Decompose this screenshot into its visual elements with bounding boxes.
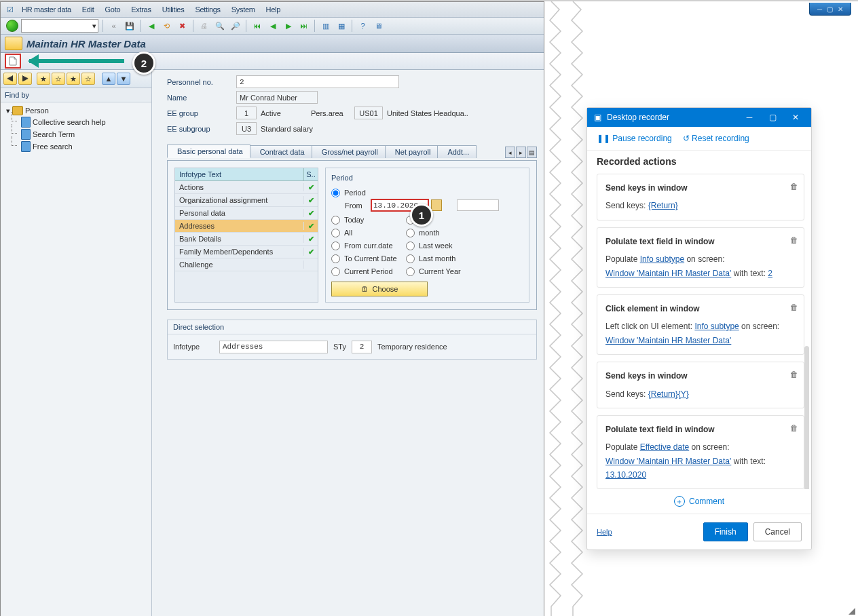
finish-button[interactable]: Finish (703, 522, 748, 541)
action-card[interactable]: 🗑Polulate text field in windowPopulate I… (597, 227, 804, 288)
infotype-row[interactable]: Actions✔ (175, 181, 318, 194)
help-link[interactable]: Help (597, 528, 612, 536)
infotype-head-s[interactable]: S.. (304, 168, 318, 180)
nav-down-icon[interactable]: ▼ (117, 73, 130, 85)
minimize-icon[interactable]: ─ (817, 5, 822, 13)
recorder-close-icon[interactable]: ✕ (787, 113, 804, 122)
save-icon[interactable]: 💾 (123, 20, 136, 33)
nav-up-icon[interactable]: ▲ (102, 73, 115, 85)
infotype-row[interactable]: Organizational assignment✔ (175, 194, 318, 207)
trash-icon[interactable]: 🗑 (790, 180, 798, 193)
infotype-input[interactable]: Addresses (219, 341, 328, 353)
tab-addt[interactable]: Addt... (437, 145, 477, 158)
menu-utilities[interactable]: Utilities (157, 3, 189, 16)
infotype-row[interactable]: Family Member/Dependents✔ (175, 246, 318, 258)
trash-icon[interactable]: 🗑 (790, 368, 798, 381)
infotype-row[interactable]: Bank Details✔ (175, 233, 318, 246)
command-icon[interactable]: ☑ (5, 4, 16, 15)
menu-hr[interactable]: HR master data (17, 3, 76, 16)
help-icon[interactable]: ? (356, 20, 369, 33)
menu-edit[interactable]: Edit (77, 3, 99, 16)
action-card[interactable]: 🗑Click element in windowLeft click on UI… (597, 294, 804, 355)
menu-help[interactable]: Help (261, 3, 285, 16)
recorder-maximize-icon[interactable]: ▢ (764, 113, 781, 122)
trash-icon[interactable]: 🗑 (790, 233, 798, 247)
tree-free-search[interactable]: Free search (2, 140, 150, 153)
infotype-head[interactable]: Infotype Text (175, 168, 304, 180)
trash-icon[interactable]: 🗑 (790, 421, 798, 435)
recorder-titlebar: ▣ Desktop recorder ─ ▢ ✕ (587, 108, 811, 127)
to-date-input[interactable] (457, 199, 499, 211)
tree-collective[interactable]: Collective search help (2, 116, 150, 128)
sty-input[interactable]: 2 (352, 341, 372, 353)
cancel-button[interactable]: Cancel (753, 522, 802, 541)
tab-scroll-left-icon[interactable]: ◂ (505, 147, 515, 158)
tab-basic[interactable]: Basic personal data (167, 145, 250, 158)
period-radio[interactable] (331, 242, 340, 250)
find-icon[interactable]: 🔍 (213, 20, 226, 33)
menu-system[interactable]: System (227, 3, 260, 16)
prev-page-icon[interactable]: ◀ (266, 20, 279, 33)
tree-person[interactable]: ▾ Person (2, 105, 150, 116)
nav-star3-icon[interactable]: ★ (67, 73, 80, 85)
period-radio[interactable] (406, 229, 415, 237)
check-icon: ✔ (308, 183, 314, 192)
find-next-icon[interactable]: 🔎 (229, 20, 242, 33)
period-radio[interactable] (331, 229, 340, 237)
period-radio[interactable] (406, 267, 415, 276)
tab-net[interactable]: Net payroll (385, 145, 439, 158)
period-radio[interactable] (331, 254, 340, 263)
menu-settings[interactable]: Settings (190, 3, 225, 16)
reset-button[interactable]: ↺ Reset recording (683, 134, 749, 143)
nav-star4-icon[interactable]: ☆ (81, 73, 95, 85)
last-page-icon[interactable]: ⏭ (297, 20, 310, 33)
back-icon[interactable]: « (107, 20, 120, 33)
maximize-icon[interactable]: ▢ (827, 5, 833, 13)
close-icon[interactable]: ✕ (838, 5, 843, 13)
new-session-icon[interactable]: ▥ (319, 20, 332, 33)
menu-extras[interactable]: Extras (126, 3, 155, 16)
tree-search-term[interactable]: Search Term (2, 128, 150, 140)
layout-icon[interactable]: 🖥 (372, 20, 385, 33)
cancel-icon[interactable]: ✖ (176, 20, 189, 33)
create-button[interactable] (5, 54, 21, 69)
exit-icon[interactable]: ⟲ (160, 20, 173, 33)
command-field[interactable]: ▾ (21, 19, 98, 33)
calendar-icon[interactable] (431, 199, 442, 211)
infotype-row[interactable]: Challenge (175, 258, 318, 271)
add-comment[interactable]: ＋Comment (587, 489, 811, 514)
menu-goto[interactable]: Goto (100, 3, 126, 16)
infotype-row[interactable]: Personal data✔ (175, 207, 318, 220)
back-green-icon[interactable]: ◀ (145, 20, 157, 33)
nav-left-icon[interactable]: ⯇ (3, 73, 17, 85)
recorder-minimize-icon[interactable]: ─ (741, 113, 758, 122)
period-radio[interactable] (331, 267, 340, 276)
action-card[interactable]: 🗑Send keys in windowSend keys: {Return}{… (597, 362, 804, 408)
infotype-row[interactable]: Addresses✔ (175, 220, 318, 233)
tab-list-icon[interactable]: ▤ (527, 147, 537, 158)
pause-button[interactable]: ❚❚ Pause recording (597, 134, 672, 143)
nav-right-icon[interactable]: ⯈ (18, 73, 32, 85)
nav-star2-icon[interactable]: ☆ (52, 73, 65, 85)
choose-button[interactable]: 🗓Choose (331, 282, 428, 296)
period-radio[interactable] (406, 254, 415, 263)
scrollbar[interactable] (804, 346, 809, 489)
personnel-input[interactable]: 2 (236, 75, 399, 88)
persarea-label: Pers.area (311, 109, 354, 117)
action-card[interactable]: 🗑Send keys in windowSend keys: {Return} (597, 174, 804, 220)
shortcut-icon[interactable]: ▦ (335, 20, 348, 33)
trash-icon[interactable]: 🗑 (790, 301, 798, 314)
tab-scroll-right-icon[interactable]: ▸ (516, 147, 526, 158)
radio-period[interactable] (331, 189, 340, 197)
resize-grip-icon[interactable] (848, 608, 855, 615)
next-page-icon[interactable]: ▶ (282, 20, 295, 33)
tab-gross[interactable]: Gross/net payroll (312, 145, 386, 158)
action-card[interactable]: 🗑Polulate text field in windowPopulate E… (597, 415, 804, 490)
nav-star1-icon[interactable]: ★ (37, 73, 50, 85)
period-radio[interactable] (331, 216, 340, 225)
tab-contract[interactable]: Contract data (250, 145, 312, 158)
print-icon[interactable]: 🖨 (198, 20, 210, 33)
period-radio[interactable] (406, 242, 415, 250)
enter-icon[interactable] (6, 20, 18, 32)
first-page-icon[interactable]: ⏮ (250, 20, 263, 33)
